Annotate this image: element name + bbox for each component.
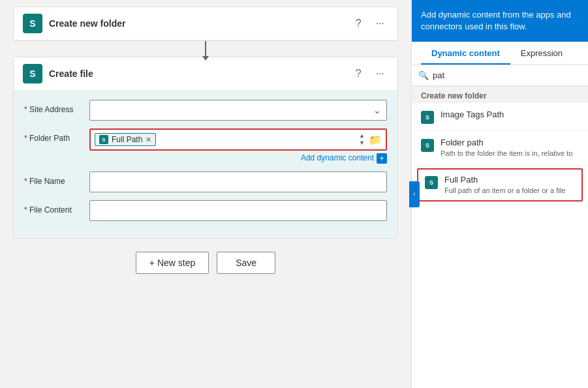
panel-item-content-full-path: Full Path Full path of an item or a fold… <box>444 175 575 195</box>
panel-section-label: Create new folder <box>412 86 588 103</box>
create-file-icon: S <box>23 64 42 83</box>
more-button-file[interactable]: ··· <box>372 67 388 81</box>
create-file-body: * Site Address ⌄ * Folder Path <box>14 91 397 238</box>
file-content-input[interactable] <box>89 200 387 221</box>
input-up-button[interactable]: ▲ <box>358 133 366 139</box>
panel-header: Add dynamic content from the apps and co… <box>412 0 588 42</box>
panel-item-content-image-tags: Image Tags Path <box>441 110 579 119</box>
site-address-row: * Site Address ⌄ <box>24 100 387 121</box>
chevron-down-icon: ⌄ <box>373 105 381 115</box>
add-dynamic-content-link[interactable]: Add dynamic content + <box>89 153 387 164</box>
tag-icon: S <box>99 135 108 144</box>
panel-item-icon-folder-path: S <box>421 139 434 152</box>
folder-path-row: * Folder Path S Full Path ✕ ▲ ▼ <box>24 128 387 164</box>
panel-item-image-tags-path[interactable]: S Image Tags Path <box>412 103 588 131</box>
tag-close-button[interactable]: ✕ <box>146 136 151 144</box>
site-address-dropdown[interactable]: ⌄ <box>89 100 387 121</box>
folder-browse-button[interactable]: 📁 <box>369 134 382 146</box>
panel-tabs: Dynamic content Expression <box>412 42 588 65</box>
panel-item-desc-folder-path: Path to the folder the item is in, relat… <box>441 149 579 158</box>
create-file-header: S Create file ? ··· <box>14 57 397 91</box>
create-file-title: Create file <box>49 68 352 79</box>
collapse-panel-button[interactable]: ‹ <box>409 181 420 207</box>
file-name-label: * File Name <box>24 172 89 186</box>
tab-dynamic-content[interactable]: Dynamic content <box>421 42 510 65</box>
panel-items: Create new folder S Image Tags Path S Fo… <box>412 86 588 388</box>
panel-item-full-path[interactable]: S Full Path Full path of an item or a fo… <box>417 168 583 201</box>
tag-label: Full Path <box>112 135 142 144</box>
plus-icon: + <box>377 153 387 164</box>
more-button-folder[interactable]: ··· <box>372 16 388 31</box>
new-step-button[interactable]: + New step <box>136 252 209 274</box>
file-content-label: * File Content <box>24 200 89 215</box>
panel-item-icon-full-path: S <box>425 176 438 189</box>
panel-item-content-folder-path: Folder path Path to the folder the item … <box>441 138 579 158</box>
file-name-row: * File Name <box>24 172 387 192</box>
file-content-row: * File Content <box>24 200 387 221</box>
search-icon: 🔍 <box>418 70 429 80</box>
folder-path-input-wrapper: S Full Path ✕ ▲ ▼ 📁 Add dynamic content … <box>89 128 387 164</box>
create-new-folder-icon: S <box>23 14 42 33</box>
folder-path-label: * Folder Path <box>24 128 89 143</box>
search-input[interactable] <box>433 70 581 80</box>
connector-arrow <box>205 41 206 57</box>
create-new-folder-header: S Create new folder ? ··· <box>14 7 397 40</box>
create-file-actions: ? ··· <box>352 67 388 81</box>
site-address-label: * Site Address <box>24 100 89 114</box>
panel-item-icon-image-tags: S <box>421 111 434 124</box>
site-address-input-wrapper: ⌄ <box>89 100 387 121</box>
panel-item-desc-full-path: Full path of an item or a folder or a fi… <box>444 186 575 195</box>
panel-search: 🔍 <box>412 65 588 86</box>
file-name-input[interactable] <box>89 172 387 192</box>
file-content-input-wrapper <box>89 200 387 221</box>
panel-item-title-image-tags: Image Tags Path <box>441 110 579 119</box>
right-panel: Add dynamic content from the apps and co… <box>411 0 588 388</box>
full-path-tag: S Full Path ✕ <box>95 133 156 146</box>
create-new-folder-actions: ? ··· <box>352 16 388 31</box>
help-button-file[interactable]: ? <box>352 67 365 81</box>
folder-path-tag-input[interactable]: S Full Path ✕ ▲ ▼ 📁 <box>89 128 387 151</box>
help-button-folder[interactable]: ? <box>352 16 365 31</box>
input-down-button[interactable]: ▼ <box>358 140 366 146</box>
create-new-folder-card: S Create new folder ? ··· <box>13 7 398 41</box>
bottom-actions: + New step Save <box>136 252 275 274</box>
file-name-input-wrapper <box>89 172 387 192</box>
panel-item-folder-path[interactable]: S Folder path Path to the folder the ite… <box>412 131 588 165</box>
panel-item-title-folder-path: Folder path <box>441 138 579 147</box>
main-area: S Create new folder ? ··· S Create file … <box>0 0 411 388</box>
save-button[interactable]: Save <box>217 252 275 274</box>
input-controls: ▲ ▼ <box>358 133 366 146</box>
create-file-card: S Create file ? ··· * Site Address ⌄ <box>13 57 398 239</box>
panel-header-text: Add dynamic content from the apps and co… <box>421 10 571 31</box>
panel-item-title-full-path: Full Path <box>444 175 575 185</box>
tab-expression[interactable]: Expression <box>510 42 573 65</box>
create-new-folder-title: Create new folder <box>49 18 352 29</box>
